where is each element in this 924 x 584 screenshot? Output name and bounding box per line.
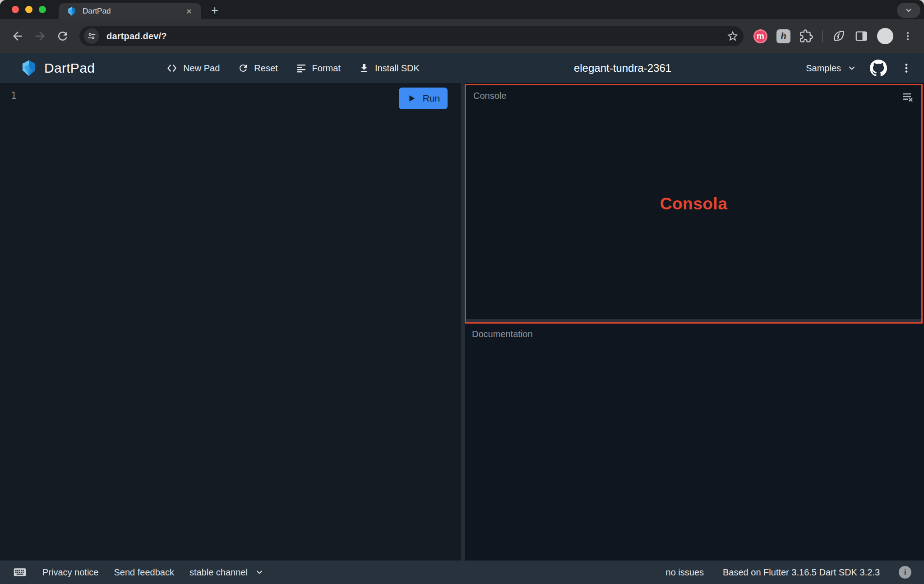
zoom-window-button[interactable] xyxy=(39,6,46,13)
run-button[interactable]: Run xyxy=(399,88,448,109)
console-doc-splitter[interactable] xyxy=(466,319,921,322)
back-arrow-icon xyxy=(11,29,24,43)
console-label: Console xyxy=(473,91,506,101)
toolbar-divider xyxy=(822,30,823,42)
browser-toolbar: dartpad.dev/? m h xyxy=(0,19,924,53)
dartpad-header: DartPad New Pad Reset Format Install SDK xyxy=(0,53,924,83)
reset-label: Reset xyxy=(254,63,277,74)
reload-icon xyxy=(56,29,69,43)
footer-right: no issues Based on Flutter 3.16.5 Dart S… xyxy=(666,566,911,579)
traffic-lights xyxy=(12,0,46,19)
forward-arrow-icon xyxy=(33,29,47,43)
reload-button[interactable] xyxy=(53,27,72,46)
browser-window: DartPad × + dartpad. xyxy=(0,0,924,584)
clear-console-icon xyxy=(901,91,914,103)
dartpad-brand: DartPad xyxy=(20,59,95,77)
new-pad-label: New Pad xyxy=(183,63,220,74)
console-panel: Console Consola xyxy=(465,84,923,324)
header-menu-kebab-icon[interactable] xyxy=(901,62,912,74)
performance-leaf-icon[interactable] xyxy=(832,29,845,43)
extension-h-icon[interactable]: h xyxy=(776,29,790,43)
channel-selector[interactable]: stable channel xyxy=(189,567,264,578)
tab-close-icon[interactable]: × xyxy=(183,5,195,17)
address-bar[interactable]: dartpad.dev/? xyxy=(79,26,744,46)
browser-tab-dartpad[interactable]: DartPad × xyxy=(59,3,201,19)
extension-m-icon[interactable]: m xyxy=(753,29,767,43)
privacy-notice-link[interactable]: Privacy notice xyxy=(42,567,99,578)
channel-label: stable channel xyxy=(189,567,248,578)
extensions-area: m h xyxy=(751,28,916,44)
code-editor[interactable]: 1 Run xyxy=(0,83,461,561)
issues-status: no issues xyxy=(666,567,704,578)
samples-label: Samples xyxy=(806,63,841,74)
play-icon xyxy=(407,93,416,103)
back-button[interactable] xyxy=(8,27,27,46)
install-sdk-button[interactable]: Install SDK xyxy=(359,63,420,74)
tab-strip: DartPad × + xyxy=(0,0,924,19)
format-button[interactable]: Format xyxy=(296,63,341,74)
minimize-window-button[interactable] xyxy=(25,6,32,13)
refresh-icon xyxy=(238,63,249,74)
site-settings-button[interactable] xyxy=(84,28,99,44)
send-feedback-link[interactable]: Send feedback xyxy=(114,567,174,578)
tune-icon xyxy=(87,32,96,41)
right-panels: Console Consola Documentation xyxy=(465,83,924,561)
dart-favicon-icon xyxy=(67,6,77,16)
brand-name: DartPad xyxy=(44,60,95,76)
new-pad-button[interactable]: New Pad xyxy=(166,62,220,74)
bookmark-star-icon[interactable] xyxy=(726,30,739,42)
github-icon[interactable] xyxy=(870,60,887,77)
editor-splitter[interactable] xyxy=(461,83,465,561)
chevron-down-icon xyxy=(847,64,856,73)
chevron-down-icon xyxy=(905,6,913,14)
new-tab-button[interactable]: + xyxy=(207,2,223,19)
forward-button[interactable] xyxy=(31,27,50,46)
footer-left: Privacy notice Send feedback stable chan… xyxy=(13,565,264,579)
clear-console-button[interactable] xyxy=(901,91,914,105)
header-nav: New Pad Reset Format Install SDK xyxy=(166,62,420,74)
run-label: Run xyxy=(423,93,440,104)
url-text[interactable]: dartpad.dev/? xyxy=(106,31,726,42)
line-number: 1 xyxy=(11,90,17,101)
dartpad-logo-icon xyxy=(20,59,38,77)
code-icon xyxy=(166,62,178,74)
format-lines-icon xyxy=(296,63,307,74)
side-panel-icon[interactable] xyxy=(855,29,868,43)
reset-button[interactable]: Reset xyxy=(238,63,277,74)
info-icon[interactable]: i xyxy=(899,566,911,579)
main-content: 1 Run Console Consola xyxy=(0,83,924,561)
pad-title: elegant-tundra-2361 xyxy=(574,62,671,74)
close-window-button[interactable] xyxy=(12,6,19,13)
profile-avatar[interactable] xyxy=(877,28,893,44)
annotation-consola: Consola xyxy=(660,195,727,213)
browser-menu-kebab-icon[interactable] xyxy=(902,31,913,42)
install-sdk-label: Install SDK xyxy=(375,63,420,74)
documentation-label: Documentation xyxy=(472,329,533,339)
download-icon xyxy=(359,63,370,74)
tab-title: DartPad xyxy=(83,7,183,16)
status-bar: Privacy notice Send feedback stable chan… xyxy=(0,561,924,584)
format-label: Format xyxy=(312,63,341,74)
sdk-version: Based on Flutter 3.16.5 Dart SDK 3.2.3 xyxy=(723,567,880,578)
documentation-panel: Documentation xyxy=(465,324,924,561)
samples-dropdown[interactable]: Samples xyxy=(806,63,856,74)
keyboard-icon[interactable] xyxy=(13,565,27,579)
chevron-down-icon xyxy=(255,568,264,577)
header-right: Samples xyxy=(806,60,912,77)
extensions-puzzle-icon[interactable] xyxy=(799,29,813,43)
tab-search-button[interactable] xyxy=(897,3,920,18)
